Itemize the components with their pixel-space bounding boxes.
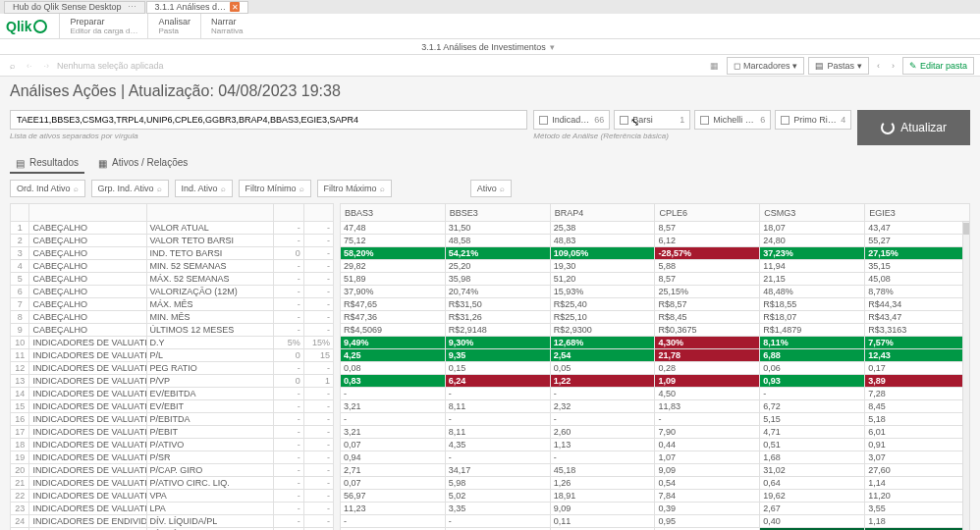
table-row[interactable]: 21INDICADORES DE VALUATIONP/ATIVO CIRC. … (11, 477, 334, 490)
table-row[interactable]: ---4,50-7,28 (341, 388, 970, 400)
header-bar: Qlik PrepararEditor da carga d… Analisar… (0, 14, 980, 39)
checkbox-icon (700, 116, 709, 125)
fwd-icon[interactable]: ·› (40, 59, 54, 73)
table-row[interactable]: 12INDICADORES DE VALUATIONPEG RATIO-- (11, 362, 334, 375)
tab-hub[interactable]: Hub do Qlik Sense Desktop⋯ (4, 1, 145, 14)
bookmark-icon: ◻ (734, 61, 740, 71)
filter-checkbox[interactable]: Barsi1 (614, 110, 690, 130)
table-row[interactable]: R$47,65R$31,50R$25,40R$8,57R$18,55R$44,3… (341, 298, 970, 311)
sheet-title[interactable]: 3.1.1 Análises de Investimentos (421, 42, 546, 52)
table-row[interactable]: 56,975,0218,917,8419,6211,20 (341, 490, 970, 503)
grid-icon[interactable]: ▦ (706, 59, 723, 73)
table-row[interactable]: 7CABEÇALHOMÁX. MÊS-- (11, 298, 334, 311)
table-row[interactable]: 22INDICADORES DE VALUATIONVPA-- (11, 490, 334, 503)
table-row[interactable]: 4,259,352,5421,786,8812,43 (341, 349, 970, 362)
search-icon[interactable]: ⌕ (6, 59, 19, 73)
table-row[interactable]: 3CABEÇALHOIND. TETO BARSI0- (11, 247, 334, 260)
checkbox-icon (539, 116, 548, 125)
table-row[interactable]: 20INDICADORES DE VALUATIONP/CAP. GIRO-- (11, 464, 334, 477)
table-row[interactable]: 0,075,981,260,540,641,14 (341, 477, 970, 490)
table-row[interactable]: 19INDICADORES DE VALUATIONP/SR-- (11, 451, 334, 464)
pill-ativo[interactable]: Ativo⌕ (470, 180, 512, 197)
filter-checkbox[interactable]: Indicado…66 (533, 110, 610, 130)
table-row[interactable]: 15INDICADORES DE VALUATIONEV/EBIT-- (11, 400, 334, 413)
pill-max[interactable]: Filtro Máximo⌕ (317, 180, 392, 197)
col-header[interactable]: BBSE3 (445, 204, 550, 222)
table-row[interactable]: 3,218,112,3211,836,728,45 (341, 400, 970, 413)
table-row[interactable]: 75,1248,5848,836,1224,8055,27 (341, 235, 970, 247)
table-row[interactable]: 37,90%20,74%15,93%25,15%48,48%8,78% (341, 286, 970, 298)
table-row[interactable]: 2CABEÇALHOVALOR TETO BARSI-- (11, 235, 334, 247)
nav-analyze[interactable]: AnalisarPasta (147, 14, 200, 38)
table-row[interactable]: 2,7134,1745,189,0931,0227,60 (341, 464, 970, 477)
sheets-button[interactable]: ▤Pastas▾ (808, 57, 869, 75)
table-row[interactable]: R$4,5069R$2,9148R$2,9300R$0,3675R$1,4879… (341, 324, 970, 337)
next-sheet-icon[interactable]: › (888, 59, 898, 73)
table-row[interactable]: 51,8935,9851,208,5721,1545,08 (341, 273, 970, 286)
table-row[interactable]: 23INDICADORES DE VALUATIONLPA-- (11, 503, 334, 515)
table-row[interactable]: 4CABEÇALHOMIN. 52 SEMANAS-- (11, 260, 334, 273)
pill-grp[interactable]: Grp. Ind. Ativo⌕ (91, 180, 169, 197)
col-header[interactable]: CSMG3 (760, 204, 865, 222)
nav-narrate[interactable]: NarrarNarrativa (200, 14, 252, 38)
update-button[interactable]: Atualizar (857, 110, 970, 145)
table-row[interactable]: 0,94--1,071,683,07 (341, 451, 970, 464)
data-table[interactable]: BBAS3BBSE3BRAP4CPLE6CSMG3EGIE3 47,4831,5… (340, 203, 970, 530)
prev-sheet-icon[interactable]: ‹ (873, 59, 884, 73)
chevron-down-icon[interactable]: ▾ (550, 42, 555, 52)
table-row[interactable]: 11,233,359,090,392,673,55 (341, 503, 970, 515)
method-hint: Método de Análise (Referência básica) (533, 132, 851, 140)
back-icon[interactable]: ‹· (23, 59, 36, 73)
table-icon: ▦ (98, 158, 108, 168)
col-header[interactable]: BBAS3 (341, 204, 446, 222)
table-row[interactable]: --0,110,950,401,18 (341, 515, 970, 528)
view-tabs: ▤Resultados ▦Ativos / Relações (0, 149, 980, 174)
col-header[interactable]: CPLE6 (655, 204, 760, 222)
pill-row: Ord. Ind Ativo⌕ Grp. Ind. Ativo⌕ Ind. At… (0, 174, 980, 203)
table-row[interactable]: 16INDICADORES DE VALUATIONP/EBITDA-- (11, 413, 334, 426)
table-row[interactable]: 0,074,351,130,440,510,91 (341, 439, 970, 451)
table-row[interactable]: 1CABEÇALHOVALOR ATUAL-- (11, 222, 334, 235)
scrollbar[interactable] (962, 221, 970, 530)
table-row[interactable]: 58,20%54,21%109,05%-28,57%37,23%27,15% (341, 247, 970, 260)
bookmarks-button[interactable]: ◻Marcadores▾ (727, 57, 805, 75)
filter-checkbox[interactable]: Michelli D…6 (694, 110, 771, 130)
filter-checkbox[interactable]: Primo Rico4 (775, 110, 851, 130)
table-row[interactable]: ----5,155,18 (341, 413, 970, 426)
table-row[interactable]: 13INDICADORES DE VALUATIONP/VP01 (11, 375, 334, 388)
table-row[interactable]: R$47,36R$31,26R$25,10R$8,45R$18,07R$43,4… (341, 311, 970, 324)
page-title: Análises Ações | Atualização: 04/08/2023… (0, 77, 980, 106)
table-row[interactable]: 11INDICADORES DE VALUATIONP/L015 (11, 349, 334, 362)
table-row[interactable]: 0,080,150,050,280,060,17 (341, 362, 970, 375)
pill-ind[interactable]: Ind. Ativo⌕ (175, 180, 233, 197)
edit-sheet-button[interactable]: ✎Editar pasta (902, 57, 974, 75)
assets-input[interactable] (10, 110, 527, 130)
table-row[interactable]: 17INDICADORES DE VALUATIONP/EBIT-- (11, 426, 334, 439)
tables: 1CABEÇALHOVALOR ATUAL--2CABEÇALHOVALOR T… (0, 203, 980, 530)
table-row[interactable]: 10INDICADORES DE VALUATIOND.Y5%15% (11, 337, 334, 349)
table-row[interactable]: 18INDICADORES DE VALUATIONP/ATIVO-- (11, 439, 334, 451)
table-row[interactable]: 8CABEÇALHOMIN. MÊS-- (11, 311, 334, 324)
indicators-table[interactable]: 1CABEÇALHOVALOR ATUAL--2CABEÇALHOVALOR T… (10, 203, 334, 530)
tab-results[interactable]: ▤Resultados (10, 153, 84, 174)
chevron-down-icon: ▾ (857, 61, 862, 71)
nav-prepare[interactable]: PrepararEditor da carga d… (59, 14, 147, 38)
table-row[interactable]: 9,49%9,30%12,68%4,30%8,11%7,57% (341, 337, 970, 349)
table-row[interactable]: 14INDICADORES DE VALUATIONEV/EBITDA-- (11, 388, 334, 400)
table-row[interactable]: 6CABEÇALHOVALORIZAÇÃO (12M)-- (11, 286, 334, 298)
close-icon[interactable]: ✕ (230, 2, 240, 12)
table-row[interactable]: 0,836,241,221,090,933,89 (341, 375, 970, 388)
table-row[interactable]: 24INDICADORES DE ENDIVIDAMENTODÍV. LÍQUI… (11, 515, 334, 528)
table-row[interactable]: 9CABEÇALHOÚLTIMOS 12 MESES-- (11, 324, 334, 337)
tab-doc[interactable]: 3.1.1 Análises d…✕ (146, 1, 249, 14)
col-header[interactable]: BRAP4 (550, 204, 655, 222)
table-row[interactable]: 29,8225,2019,305,8811,9435,15 (341, 260, 970, 273)
table-row[interactable]: 3,218,112,607,904,716,01 (341, 426, 970, 439)
tab-assets[interactable]: ▦Ativos / Relações (92, 153, 193, 174)
pill-ord[interactable]: Ord. Ind Ativo⌕ (10, 180, 85, 197)
table-row[interactable]: 5CABEÇALHOMÁX. 52 SEMANAS-- (11, 273, 334, 286)
search-icon: ⌕ (500, 185, 505, 193)
table-row[interactable]: 47,4831,5025,388,5718,0743,47 (341, 222, 970, 235)
col-header[interactable]: EGIE3 (865, 204, 970, 222)
pill-min[interactable]: Filtro Mínimo⌕ (239, 180, 311, 197)
